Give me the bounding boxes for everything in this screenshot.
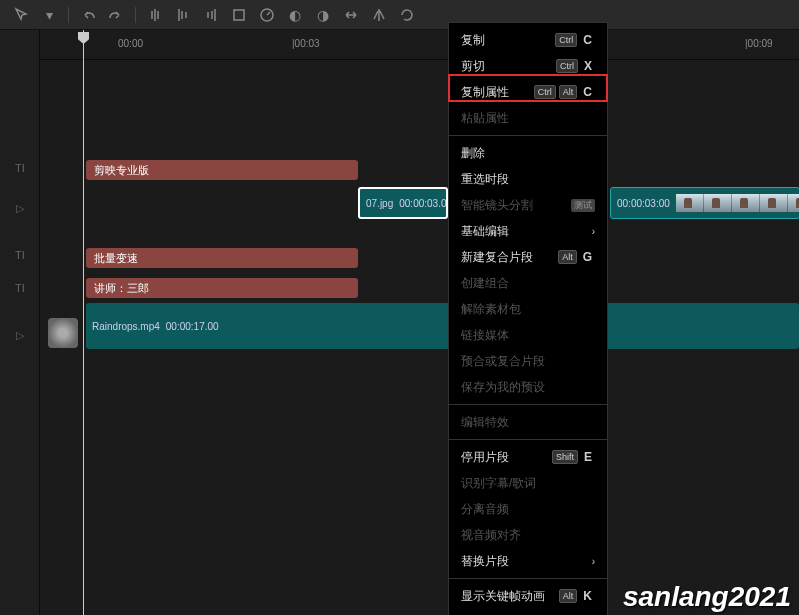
clip-duration: 00:00:17.00 [166, 321, 219, 332]
svg-rect-0 [234, 10, 244, 20]
mirror-icon[interactable] [366, 4, 392, 26]
text-clip[interactable]: 讲师：三郎 [86, 278, 358, 298]
menu-basic-edit[interactable]: 基础编辑 › [449, 218, 607, 244]
clip-filename: Raindrops.mp4 [92, 321, 160, 332]
menu-edit-fx: 编辑特效 [449, 409, 607, 435]
menu-reselect-duration[interactable]: 重选时段 [449, 166, 607, 192]
audio-track-icon[interactable] [48, 318, 78, 348]
menu-split-audio: 分离音频 [449, 496, 607, 522]
clip-filename: 07.jpg [366, 198, 393, 209]
dropdown-icon[interactable]: ▾ [36, 4, 62, 26]
menu-create-group: 创建组合 [449, 270, 607, 296]
ruler-mark: 00:00 [118, 38, 143, 49]
watermark: sanlang2021 [623, 581, 791, 613]
menu-precomp: 预合或复合片段 [449, 348, 607, 374]
toolbar: ▾ ◐ ◑ [0, 0, 799, 30]
mark-out-icon[interactable]: ◑ [310, 4, 336, 26]
cursor-tool-icon[interactable] [8, 4, 34, 26]
menu-copy-attributes[interactable]: 复制属性 CtrlAltC [449, 79, 607, 105]
redo-icon[interactable] [103, 4, 129, 26]
track-label-audio[interactable]: ▷ [0, 325, 40, 345]
playhead[interactable] [83, 30, 84, 615]
menu-save-preset: 保存为我的预设 [449, 374, 607, 400]
clip-label: 讲师：三郎 [94, 281, 149, 296]
clip-duration: 00:00:03:00 [617, 198, 670, 209]
track-label-video[interactable]: ▷ [0, 198, 40, 218]
audio-clip[interactable]: Raindrops.mp4 00:00:17.00 [86, 303, 799, 349]
crop-icon[interactable] [226, 4, 252, 26]
menu-av-align: 视音频对齐 [449, 522, 607, 548]
ruler-mark: |00:09 [745, 38, 773, 49]
undo-icon[interactable] [75, 4, 101, 26]
speed-icon[interactable] [254, 4, 280, 26]
clip-label: 剪映专业版 [94, 163, 149, 178]
clip-duration: 00:00:03.00 [399, 198, 448, 209]
menu-cut[interactable]: 剪切 CtrlX [449, 53, 607, 79]
text-clip[interactable]: 批量变速 [86, 248, 358, 268]
menu-time-zone[interactable]: 时间区域 › [449, 609, 607, 615]
rotate-icon[interactable] [394, 4, 420, 26]
reverse-icon[interactable] [338, 4, 364, 26]
menu-copy[interactable]: 复制 CtrlC [449, 27, 607, 53]
menu-new-compound[interactable]: 新建复合片段 AltG [449, 244, 607, 270]
menu-disable-clip[interactable]: 停用片段 ShiftE [449, 444, 607, 470]
trim-left-icon[interactable] [170, 4, 196, 26]
video-clip[interactable]: 00:00:03:00 [610, 187, 799, 219]
tracks-container: 剪映专业版 07.jpg 00:00:03.00 00:00:03:00 批量变… [40, 60, 799, 615]
clip-thumbnails [676, 194, 799, 212]
menu-show-keyframes[interactable]: 显示关键帧动画 AltK [449, 583, 607, 609]
trim-right-icon[interactable] [198, 4, 224, 26]
menu-replace-clip[interactable]: 替换片段 › [449, 548, 607, 574]
chevron-right-icon: › [592, 556, 595, 567]
menu-link-media: 链接媒体 [449, 322, 607, 348]
text-clip[interactable]: 剪映专业版 [86, 160, 358, 180]
clip-label: 批量变速 [94, 251, 138, 266]
video-clip-selected[interactable]: 07.jpg 00:00:03.00 [358, 187, 448, 219]
chevron-right-icon: › [592, 226, 595, 237]
menu-delete[interactable]: 删除 [449, 140, 607, 166]
menu-release-pack: 解除素材包 [449, 296, 607, 322]
timeline-area: TI ▷ TI TI ▷ 00:00 |00:03 |00:06 |00:09 … [0, 30, 799, 615]
track-label-text[interactable]: TI [0, 278, 40, 298]
context-menu: 复制 CtrlC 剪切 CtrlX 复制属性 CtrlAltC 粘贴属性 删除 … [448, 22, 608, 615]
ruler-mark: |00:03 [292, 38, 320, 49]
split-icon[interactable] [142, 4, 168, 26]
menu-subtitle: 识别字幕/歌词 [449, 470, 607, 496]
mark-in-icon[interactable]: ◐ [282, 4, 308, 26]
track-label-text[interactable]: TI [0, 158, 40, 178]
track-label-column: TI ▷ TI TI ▷ [0, 30, 40, 615]
track-label-text[interactable]: TI [0, 245, 40, 265]
menu-smart-split: 智能镜头分割 测试 [449, 192, 607, 218]
menu-paste-attributes: 粘贴属性 [449, 105, 607, 131]
time-ruler[interactable]: 00:00 |00:03 |00:06 |00:09 [40, 30, 799, 60]
